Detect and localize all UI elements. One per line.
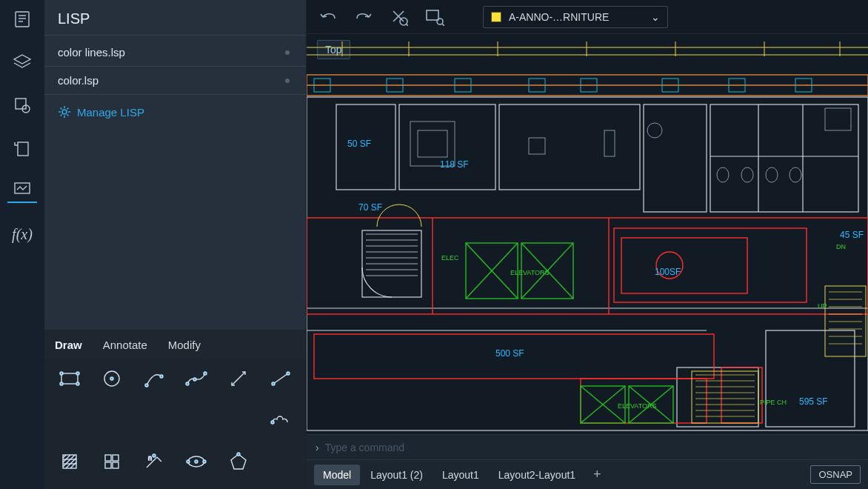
status-dot-icon (285, 79, 290, 83)
layout-tab[interactable]: Layout1 (2) (361, 465, 432, 485)
room-label: 118 SF (440, 159, 469, 170)
svg-rect-110 (614, 228, 807, 302)
topbar: A-ANNO-…RNITURE ⌄ (307, 0, 868, 34)
manage-lisp-label: Manage LISP (77, 106, 144, 119)
room-label: 45 SF (840, 230, 864, 240)
tool-dimension[interactable]: n (139, 448, 168, 476)
tool-grid[interactable] (97, 448, 126, 476)
svg-point-11 (60, 372, 63, 375)
svg-rect-53 (427, 10, 438, 20)
svg-rect-98 (418, 130, 447, 157)
svg-rect-80 (710, 104, 858, 212)
tool-tabs: Draw Annotate Modify (44, 330, 306, 359)
room-label: 595 SF (799, 396, 828, 407)
floorplan-svg: 50 SF 118 SF 70 SF 45 SF 100SF 500 SF 59… (307, 34, 868, 434)
command-line[interactable]: › Type a command (307, 434, 868, 459)
zoom-extents-button[interactable] (387, 4, 412, 30)
layers-icon[interactable] (7, 50, 37, 74)
svg-rect-137 (825, 286, 866, 356)
svg-rect-100 (604, 130, 615, 156)
svg-point-41 (153, 454, 156, 457)
drawing-canvas[interactable]: Top (307, 34, 868, 434)
lisp-file-item[interactable]: color lines.lsp (44, 39, 306, 67)
svg-text:n: n (148, 454, 152, 462)
tool-spline[interactable] (182, 365, 211, 393)
zoom-window-button[interactable] (422, 4, 447, 30)
svg-rect-8 (15, 183, 30, 193)
up-label: UP (818, 302, 827, 310)
svg-point-26 (271, 421, 274, 424)
svg-rect-106 (825, 108, 851, 130)
svg-line-52 (406, 24, 408, 26)
tab-draw[interactable]: Draw (55, 339, 82, 351)
svg-rect-35 (105, 455, 111, 461)
room-label: 100SF (655, 267, 681, 277)
svg-rect-115 (721, 367, 762, 423)
svg-point-44 (195, 460, 198, 463)
svg-rect-27 (63, 455, 76, 468)
elevator-label: ELEVATORS (510, 269, 550, 276)
svg-point-9 (62, 110, 67, 114)
layout-tab[interactable]: Layout1 (433, 465, 488, 485)
blocks-icon[interactable] (7, 93, 37, 117)
layout-tab[interactable]: Layout2-Layout1 (490, 465, 584, 485)
properties-icon[interactable] (7, 7, 37, 31)
tab-modify[interactable]: Modify (168, 339, 201, 351)
lisp-panel-icon[interactable] (7, 179, 37, 203)
svg-rect-99 (529, 138, 545, 154)
layer-color-swatch (491, 12, 501, 22)
attach-icon[interactable] (7, 136, 37, 160)
svg-point-24 (272, 382, 275, 385)
svg-point-45 (187, 460, 190, 463)
tool-line[interactable] (267, 365, 296, 393)
tool-diagonal-line[interactable] (224, 365, 253, 393)
elevator-label: ELEVATORS (618, 402, 657, 410)
svg-rect-37 (105, 462, 111, 468)
lisp-file-item[interactable]: color.lsp (44, 67, 306, 95)
svg-rect-7 (18, 142, 28, 156)
svg-point-20 (193, 378, 196, 381)
svg-rect-114 (581, 379, 707, 423)
tool-polygon[interactable] (224, 448, 253, 476)
file-name: color lines.lsp (58, 46, 125, 59)
layout-tab-model[interactable]: Model (314, 465, 360, 485)
room-label: 70 SF (358, 202, 382, 213)
tool-hatch[interactable] (55, 448, 84, 476)
add-layout-button[interactable]: + (593, 467, 601, 482)
tool-revcloud[interactable] (267, 406, 296, 434)
svg-rect-111 (621, 238, 747, 293)
undo-button[interactable] (316, 4, 341, 30)
room-label: 50 SF (347, 139, 371, 149)
gear-icon (58, 105, 71, 119)
main-area: A-ANNO-…RNITURE ⌄ Top (307, 0, 868, 489)
tool-arc[interactable] (139, 365, 168, 393)
svg-line-23 (273, 373, 288, 384)
draw-tool-grid: n (44, 359, 306, 489)
svg-rect-5 (16, 99, 26, 109)
fx-icon[interactable]: f(x) (7, 222, 37, 246)
svg-rect-95 (766, 330, 855, 427)
svg-point-46 (203, 460, 206, 463)
tool-rectangle[interactable] (55, 365, 84, 393)
svg-point-103 (741, 167, 753, 182)
svg-rect-78 (499, 104, 640, 190)
svg-point-14 (76, 382, 79, 385)
tool-circle[interactable] (97, 365, 126, 393)
svg-rect-96 (677, 367, 758, 427)
manage-lisp-button[interactable]: Manage LISP (44, 98, 306, 126)
layer-selector[interactable]: A-ANNO-…RNITURE ⌄ (483, 6, 668, 28)
svg-rect-0 (16, 12, 29, 27)
svg-line-22 (232, 372, 245, 385)
osnap-toggle[interactable]: OSNAP (810, 465, 861, 484)
tab-annotate[interactable]: Annotate (103, 339, 147, 351)
svg-point-25 (287, 372, 290, 375)
fx-label: f(x) (12, 226, 33, 243)
svg-point-102 (717, 167, 729, 182)
svg-line-40 (157, 457, 161, 462)
redo-button[interactable] (351, 4, 376, 30)
tool-ellipse[interactable] (182, 448, 211, 476)
command-placeholder: Type a command (325, 442, 404, 453)
svg-marker-4 (14, 55, 30, 64)
svg-line-31 (63, 455, 70, 462)
panel-title: LISP (44, 0, 306, 36)
